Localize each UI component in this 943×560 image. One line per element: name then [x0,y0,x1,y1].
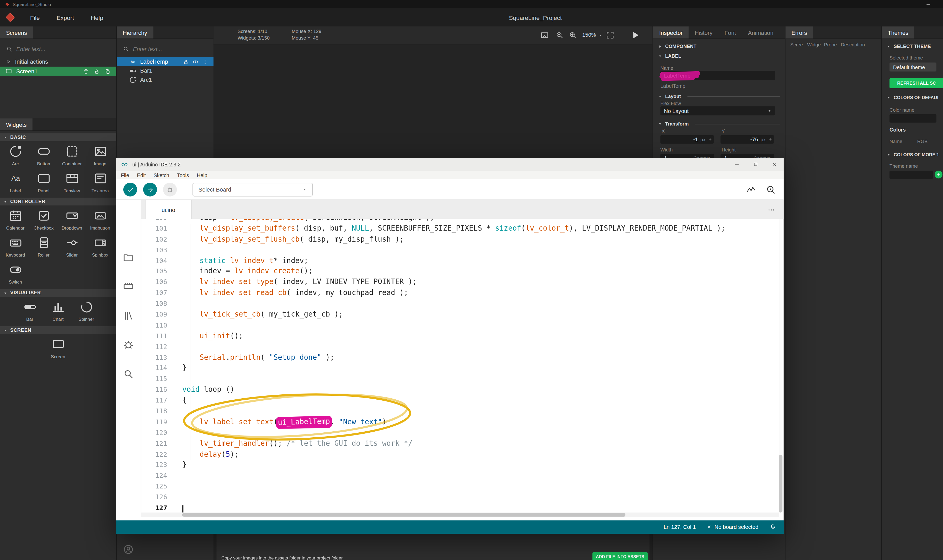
tab-font[interactable]: Font [718,26,742,38]
tab-ui-ino[interactable]: ui.ino [145,200,192,219]
label-section-header[interactable]: LABEL [658,52,780,60]
widget-dropdown[interactable]: Dropdown [58,205,86,232]
add-file-into-assets-button[interactable]: ADD FILE INTO ASSETS [592,552,648,560]
hierarchy-item-bar1[interactable]: Bar1 [117,66,213,75]
hierarchy-item-labeltemp[interactable]: AaLabelTemp [117,57,213,66]
widget-slider[interactable]: Slider [58,232,86,259]
widget-button[interactable]: Button [29,141,58,168]
select-theme-section-header[interactable]: SELECT THEME [887,42,938,50]
zoom-out-icon[interactable] [555,31,564,40]
horizontal-scrollbar-thumb[interactable] [182,513,626,517]
boards-manager-icon[interactable] [123,281,134,292]
colors-more-section-header[interactable]: COLORS OF MORE THE [887,150,938,158]
upload-button[interactable] [143,183,157,197]
widget-chart[interactable]: Chart [44,297,72,324]
widget-label[interactable]: AaLabel [1,168,29,195]
account-icon[interactable] [123,544,134,555]
widget-container[interactable]: Container [58,141,86,168]
zoom-chevron-icon[interactable] [598,34,602,37]
library-manager-icon[interactable] [123,310,134,322]
y-input[interactable]: -76 px [721,135,774,144]
dots-v-icon[interactable] [202,59,208,65]
refresh-all-screens-button[interactable]: REFRESH ALL SC [889,78,943,88]
component-section-header[interactable]: COMPONENT [658,42,780,50]
menu-file[interactable]: File [22,14,48,21]
zoom-in-icon[interactable] [568,31,577,40]
vertical-scrollbar-thumb[interactable] [779,455,782,512]
menu-sketch[interactable]: Sketch [153,172,169,178]
menu-tools[interactable]: Tools [177,172,189,178]
tab-themes[interactable]: Themes [881,26,914,38]
transform-section-header[interactable]: Transform [658,120,780,128]
widget-image[interactable]: Image [86,141,114,168]
widget-textarea[interactable]: Textarea [86,168,114,195]
widget-roller[interactable]: Roller [29,232,58,259]
arduino-titlebar[interactable]: ui | Arduino IDE 2.3.2 [116,158,784,171]
widget-panel[interactable]: Panel [29,168,58,195]
fit-view-icon[interactable] [540,31,549,40]
add-theme-button[interactable] [935,171,943,178]
screen-item-screen1[interactable]: Screen1 [0,67,116,76]
serial-monitor-icon[interactable] [766,185,776,195]
maximize-icon[interactable] [753,162,759,167]
widget-section-header[interactable]: CONTROLLER [0,198,116,205]
fullscreen-icon[interactable] [606,31,614,40]
selected-theme-dropdown[interactable]: Default theme [889,62,937,71]
widget-spinner[interactable]: Spinner [72,297,100,324]
widget-switch[interactable]: Switch [1,259,29,286]
widget-section-header[interactable]: VISUALISER [0,289,116,297]
sketchbook-icon[interactable] [123,252,134,263]
verify-button[interactable] [123,183,137,197]
widget-arc[interactable]: Arc [1,141,29,168]
debug-button[interactable] [163,183,177,197]
widget-tabview[interactable]: Tabview [58,168,86,195]
notifications-bell-icon[interactable] [769,523,776,531]
os-minimize-icon[interactable] [926,2,931,7]
eye-icon[interactable] [193,59,199,65]
stepper-icon[interactable] [769,138,772,141]
flex-flow-dropdown[interactable]: No Layout [660,106,775,115]
hierarchy-search-input[interactable]: Enter text... [117,42,213,55]
board-selector-dropdown[interactable]: Select Board [193,183,313,197]
hierarchy-item-arc1[interactable]: Arc1 [117,75,213,84]
initial-actions-row[interactable]: Initial actions [0,57,116,66]
tab-animation[interactable]: Animation [742,26,779,38]
debug-panel-icon[interactable] [123,339,134,350]
tab-errors[interactable]: Errors [786,26,813,38]
menu-help[interactable]: Help [197,172,207,178]
widget-section-header[interactable]: SCREEN [0,326,116,334]
menu-edit[interactable]: Edit [137,172,146,178]
tab-hierarchy[interactable]: Hierarchy [117,26,153,38]
lock-screen-icon[interactable] [94,68,100,74]
widget-calendar[interactable]: Calendar [1,205,29,232]
layout-section-header[interactable]: Layout [658,92,780,100]
widget-bar[interactable]: Bar [16,297,44,324]
preview-play-button[interactable] [630,30,640,40]
tab-history[interactable]: History [688,26,718,38]
vertical-scrollbar[interactable] [779,219,782,512]
theme-name-input[interactable] [889,171,933,179]
tab-inspector[interactable]: Inspector [653,26,688,38]
zoom-level[interactable]: 150% [582,32,596,38]
widget-checkbox[interactable]: Checkbox [29,205,58,232]
widget-section-header[interactable]: BASIC [0,133,116,141]
board-status[interactable]: No board selected [707,524,758,530]
more-actions-icon[interactable] [767,206,775,214]
stepper-icon[interactable] [708,138,712,141]
lock-icon[interactable] [183,59,189,65]
menu-file[interactable]: File [121,172,129,178]
widget-screen[interactable]: Screen [44,334,72,361]
colors-default-section-header[interactable]: COLORS OF DEFAULT T [887,93,938,102]
widget-keyboard[interactable]: Keyboard [1,232,29,259]
serial-plotter-icon[interactable] [746,185,756,195]
tab-widgets[interactable]: Widgets [0,118,33,131]
name-input[interactable]: LabelTemp [660,71,775,80]
minimize-icon[interactable] [734,162,740,168]
widget-spinbox[interactable]: Spinbox [86,232,114,259]
delete-screen-icon[interactable] [83,68,89,74]
horizontal-scrollbar[interactable] [141,512,779,517]
code-editor[interactable]: 1001011021031041051061071081091101111121… [141,219,779,512]
copy-screen-icon[interactable] [105,68,111,74]
menu-help[interactable]: Help [82,14,111,21]
search-panel-icon[interactable] [123,368,134,380]
